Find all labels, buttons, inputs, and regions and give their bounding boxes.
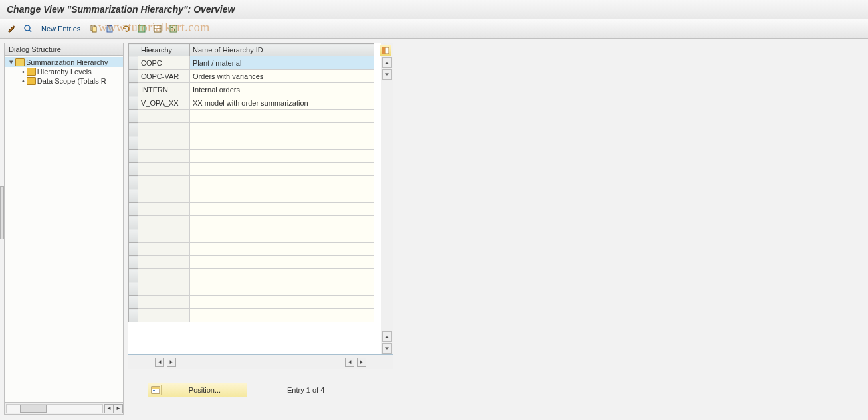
table-row[interactable] <box>129 229 374 243</box>
delete-icon[interactable] <box>103 22 116 35</box>
cell-hierarchy[interactable] <box>138 296 190 309</box>
copy-icon[interactable] <box>87 22 100 35</box>
cell-hierarchy[interactable] <box>138 309 190 322</box>
table-row[interactable] <box>129 296 374 309</box>
scroll-down-icon[interactable]: ▼ <box>382 69 392 80</box>
cell-hierarchy-name[interactable] <box>190 123 374 136</box>
scroll-right-icon[interactable]: ► <box>357 358 366 367</box>
row-selector[interactable] <box>129 282 138 296</box>
cell-hierarchy-name[interactable] <box>190 243 374 256</box>
cell-hierarchy-name[interactable] <box>190 110 374 123</box>
cell-hierarchy-name[interactable] <box>190 229 374 243</box>
cell-hierarchy[interactable] <box>138 189 190 203</box>
find-icon[interactable] <box>21 22 35 35</box>
cell-hierarchy-name[interactable] <box>190 189 374 203</box>
row-selector[interactable] <box>129 123 138 136</box>
cell-hierarchy-name[interactable] <box>190 136 374 150</box>
table-row[interactable]: COPC-VAROrders with variances <box>129 70 374 83</box>
row-selector[interactable] <box>129 243 138 256</box>
scroll-left-icon[interactable]: ◄ <box>155 358 164 367</box>
cell-hierarchy-name[interactable]: Plant / material <box>190 56 374 70</box>
cell-hierarchy-name[interactable] <box>190 282 374 296</box>
table-row[interactable] <box>129 163 374 176</box>
cell-hierarchy[interactable] <box>138 176 190 189</box>
table-row[interactable]: INTERNInternal orders <box>129 83 374 96</box>
row-selector[interactable] <box>129 83 138 96</box>
table-row[interactable] <box>129 176 374 189</box>
grid-horizontal-scrollbar[interactable]: ◄ ► ◄ ► <box>128 355 393 369</box>
cell-hierarchy[interactable]: INTERN <box>138 83 190 96</box>
scroll-down-page-icon[interactable]: ▼ <box>382 343 392 354</box>
cell-hierarchy[interactable] <box>138 203 190 216</box>
scrollbar-track[interactable] <box>381 80 393 330</box>
cell-hierarchy[interactable] <box>138 243 190 256</box>
cell-hierarchy-name[interactable]: XX model with order summarization <box>190 96 374 110</box>
row-selector[interactable] <box>129 216 138 229</box>
cell-hierarchy[interactable] <box>138 282 190 296</box>
scroll-right-icon[interactable]: ► <box>167 358 176 367</box>
table-row[interactable] <box>129 136 374 150</box>
cell-hierarchy-name[interactable] <box>190 256 374 269</box>
column-header-name[interactable]: Name of Hierarchy ID <box>190 44 374 56</box>
scroll-left-icon[interactable]: ◄ <box>345 358 354 367</box>
row-selector[interactable] <box>129 229 138 243</box>
table-row[interactable] <box>129 150 374 163</box>
cell-hierarchy-name[interactable] <box>190 269 374 282</box>
grid-vertical-scrollbar[interactable]: ▲ ▼ ▲ ▼ <box>381 43 393 354</box>
row-selector[interactable] <box>129 70 138 83</box>
tree-item-data-scope[interactable]: • Data Scope (Totals R <box>5 76 123 86</box>
cell-hierarchy-name[interactable] <box>190 176 374 189</box>
tree-item-hierarchy-levels[interactable]: • Hierarchy Levels <box>5 67 123 76</box>
splitter-handle[interactable] <box>0 186 4 239</box>
table-row[interactable] <box>129 203 374 216</box>
table-row[interactable] <box>129 309 374 322</box>
table-row[interactable] <box>129 110 374 123</box>
row-selector[interactable] <box>129 256 138 269</box>
table-row[interactable] <box>129 256 374 269</box>
scrollbar-thumb[interactable] <box>20 405 47 413</box>
row-selector[interactable] <box>129 150 138 163</box>
row-selector[interactable] <box>129 136 138 150</box>
tree-item-summarization-hierarchy[interactable]: ▾ Summarization Hierarchy <box>5 57 123 67</box>
table-row[interactable] <box>129 189 374 203</box>
column-header-hierarchy[interactable]: Hierarchy <box>138 44 190 56</box>
select-all-icon[interactable] <box>135 22 148 35</box>
toggle-display-change-icon[interactable] <box>5 22 19 35</box>
cell-hierarchy-name[interactable] <box>190 150 374 163</box>
cell-hierarchy-name[interactable]: Orders with variances <box>190 70 374 83</box>
deselect-all-icon[interactable] <box>151 22 164 35</box>
row-selector[interactable] <box>129 269 138 282</box>
cell-hierarchy[interactable] <box>138 229 190 243</box>
cell-hierarchy[interactable]: COPC <box>138 56 190 70</box>
table-row[interactable] <box>129 269 374 282</box>
row-selector-header[interactable] <box>129 44 138 56</box>
cell-hierarchy[interactable] <box>138 136 190 150</box>
expand-collapse-icon[interactable]: ▾ <box>7 58 15 66</box>
cell-hierarchy-name[interactable] <box>190 309 374 322</box>
row-selector[interactable] <box>129 309 138 322</box>
table-row[interactable]: COPCPlant / material <box>129 56 374 70</box>
table-row[interactable] <box>129 243 374 256</box>
cell-hierarchy[interactable] <box>138 150 190 163</box>
table-row[interactable] <box>129 216 374 229</box>
row-selector[interactable] <box>129 110 138 123</box>
undo-icon[interactable] <box>119 22 132 35</box>
row-selector[interactable] <box>129 163 138 176</box>
scroll-up-icon[interactable]: ▲ <box>382 57 392 68</box>
cell-hierarchy[interactable]: V_OPA_XX <box>138 96 190 110</box>
table-settings-icon[interactable] <box>380 45 391 56</box>
cell-hierarchy[interactable]: COPC-VAR <box>138 70 190 83</box>
table-row[interactable] <box>129 282 374 296</box>
new-entries-button[interactable]: New Entries <box>37 23 84 34</box>
cell-hierarchy-name[interactable] <box>190 163 374 176</box>
configure-icon[interactable] <box>167 22 180 35</box>
cell-hierarchy[interactable] <box>138 216 190 229</box>
cell-hierarchy[interactable] <box>138 110 190 123</box>
table-row[interactable]: V_OPA_XXXX model with order summarizatio… <box>129 96 374 110</box>
cell-hierarchy-name[interactable] <box>190 296 374 309</box>
scroll-right-icon[interactable]: ► <box>114 404 123 413</box>
cell-hierarchy-name[interactable] <box>190 203 374 216</box>
cell-hierarchy[interactable] <box>138 163 190 176</box>
cell-hierarchy[interactable] <box>138 123 190 136</box>
position-button[interactable]: Position... <box>148 383 247 397</box>
